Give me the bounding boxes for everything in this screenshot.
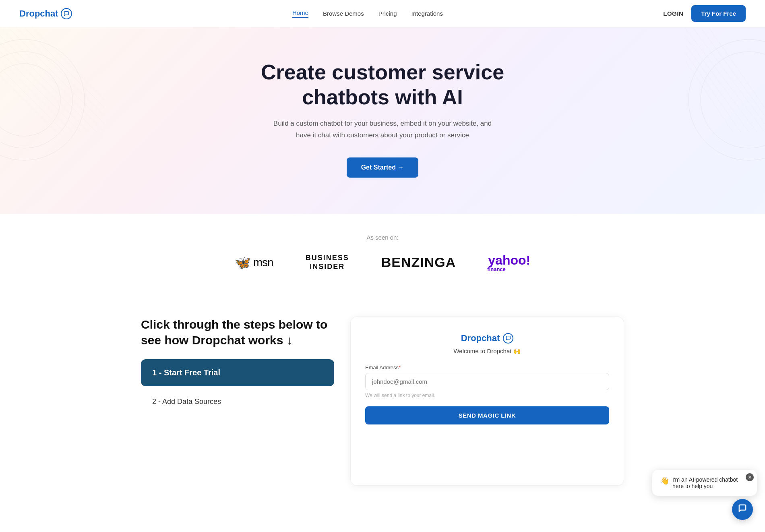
nav-links: Home Browse Demos Pricing Integrations (292, 9, 443, 18)
hero-bg-pattern-left (0, 27, 105, 172)
msn-text: msn (253, 256, 273, 269)
svg-line-11 (0, 60, 72, 132)
logos-row: 🦋 msn BUSINESSINSIDER BENZINGA yahoo! fi… (19, 253, 746, 272)
demo-required-mark: * (399, 364, 401, 371)
svg-line-7 (32, 27, 105, 100)
step-2-button[interactable]: 2 - Add Data Sources (141, 392, 334, 412)
svg-point-2 (0, 64, 60, 136)
svg-line-4 (8, 27, 105, 124)
demo-panel: Dropchat Welcome to Dropchat 🙌 Email Add… (350, 317, 624, 486)
ai-tooltip-close-button[interactable]: ✕ (746, 473, 754, 481)
brand-name: Dropchat (19, 8, 58, 19)
nav-browse-demos[interactable]: Browse Demos (323, 10, 364, 17)
benzinga-logo: BENZINGA (381, 255, 456, 270)
get-started-button[interactable]: Get Started → (347, 157, 419, 178)
yahoo-text: yahoo! (488, 253, 530, 268)
benzinga-text: BENZINGA (381, 255, 456, 270)
demo-email-input[interactable] (365, 373, 609, 390)
demo-email-field-group: Email Address* We will send a link to yo… (365, 364, 609, 398)
how-container: Click through the steps below to see how… (141, 317, 624, 486)
hero-content: Create customer service chatbots with AI… (242, 60, 523, 178)
send-magic-link-button[interactable]: SEND MAGIC LINK (365, 406, 609, 424)
navbar: Dropchat Home Browse Demos Pricing Integ… (0, 0, 765, 27)
demo-brand-icon (503, 333, 513, 344)
login-button[interactable]: LOGIN (663, 10, 683, 17)
svg-line-20 (684, 35, 757, 132)
svg-point-0 (0, 39, 85, 160)
how-it-works-section: Click through the steps below to see how… (0, 292, 765, 510)
demo-brand: Dropchat (365, 333, 609, 344)
hero-bg-pattern-right (684, 27, 765, 172)
steps-title: Click through the steps below to see how… (141, 317, 334, 348)
as-seen-label: As seen on: (19, 234, 746, 241)
brand-icon (61, 8, 72, 19)
svg-line-18 (701, 27, 765, 116)
finance-text: finance (487, 266, 506, 272)
svg-line-8 (0, 35, 97, 132)
bi-text: BUSINESSINSIDER (306, 254, 349, 271)
brand-logo[interactable]: Dropchat (19, 8, 72, 19)
svg-line-3 (0, 27, 105, 132)
svg-line-16 (684, 27, 765, 132)
ai-tooltip-text: I'm an AI-powered chatbot here to help y… (672, 476, 749, 489)
step-1-button[interactable]: 1 - Start Free Trial (141, 359, 334, 386)
hero-section: Create customer service chatbots with AI… (0, 27, 765, 214)
msn-logo: 🦋 msn (235, 255, 273, 270)
svg-line-9 (0, 43, 89, 132)
svg-line-17 (693, 27, 765, 124)
svg-line-19 (709, 27, 765, 108)
svg-line-12 (0, 68, 64, 132)
demo-welcome: Welcome to Dropchat 🙌 (365, 348, 609, 355)
demo-email-hint: We will send a link to your email. (365, 393, 609, 398)
svg-line-23 (684, 60, 733, 132)
svg-point-14 (688, 39, 765, 160)
nav-pricing[interactable]: Pricing (378, 10, 397, 17)
svg-line-13 (0, 76, 56, 132)
nav-home[interactable]: Home (292, 9, 308, 18)
yahoo-finance-logo: yahoo! finance (488, 253, 530, 272)
navbar-actions: LOGIN Try For Free (663, 5, 746, 22)
msn-butterfly-icon: 🦋 (235, 255, 251, 270)
svg-line-21 (684, 43, 749, 132)
demo-email-label: Email Address* (365, 364, 609, 371)
as-seen-on-section: As seen on: 🦋 msn BUSINESSINSIDER BENZIN… (0, 214, 765, 292)
ai-chatbot-tooltip: ✕ 👋 I'm an AI-powered chatbot here to he… (652, 470, 757, 496)
nav-integrations[interactable]: Integrations (411, 10, 443, 17)
ai-tooltip-emoji: 👋 (660, 476, 669, 485)
chatbot-bubble-icon (738, 504, 747, 510)
demo-brand-name: Dropchat (461, 333, 500, 344)
steps-col: Click through the steps below to see how… (141, 317, 334, 412)
try-for-free-button[interactable]: Try For Free (691, 5, 746, 22)
business-insider-logo: BUSINESSINSIDER (306, 254, 349, 271)
svg-line-22 (684, 52, 741, 132)
hero-title: Create customer service chatbots with AI (242, 60, 523, 110)
hero-subtitle: Build a custom chatbot for your business… (270, 118, 495, 141)
